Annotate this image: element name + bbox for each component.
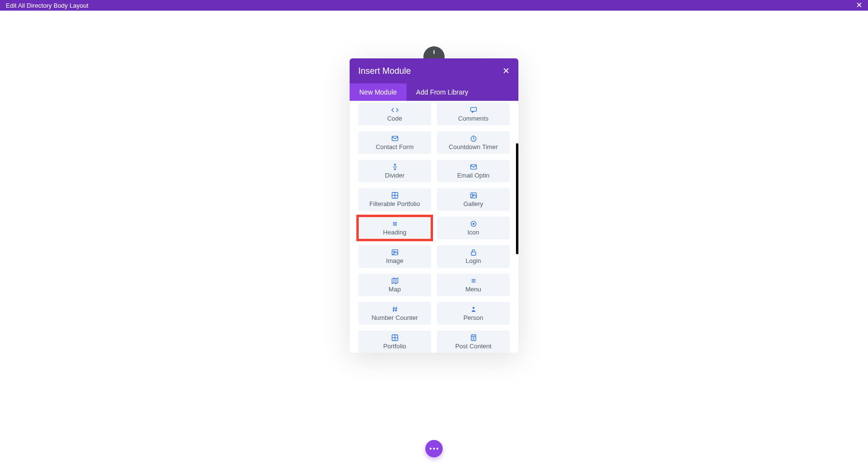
svg-line-4: [474, 139, 475, 139]
modal-body: CodeCommentsContact FormCountdown TimerD…: [350, 101, 518, 353]
svg-point-14: [472, 194, 473, 195]
mail-icon: [470, 163, 477, 171]
module-tile-person[interactable]: Person: [437, 302, 510, 325]
more-fab-button[interactable]: [425, 440, 443, 457]
module-tile-label: Icon: [467, 229, 479, 236]
insert-module-modal: Insert Module ✕ New Module Add From Libr…: [350, 58, 518, 353]
module-tile-label: Gallery: [463, 200, 483, 207]
modal-header: Insert Module ✕: [350, 58, 518, 83]
close-icon[interactable]: ✕: [856, 1, 862, 9]
module-tile-map[interactable]: Map: [358, 274, 431, 296]
module-tile-divider[interactable]: Divider: [358, 160, 431, 182]
module-tile-label: Menu: [465, 286, 481, 293]
mail-icon: [391, 135, 399, 142]
module-tile-label: Filterable Portfolio: [369, 200, 420, 207]
module-tile-contact-form[interactable]: Contact Form: [358, 131, 431, 154]
module-tile-label: Image: [386, 257, 403, 264]
module-tile-code[interactable]: Code: [358, 103, 431, 125]
svg-rect-0: [471, 108, 476, 111]
scrollbar-thumb[interactable]: [516, 143, 518, 254]
tab-add-from-library[interactable]: Add From Library: [407, 83, 478, 101]
grid-icon: [391, 334, 399, 342]
module-tile-number-counter[interactable]: Number Counter: [358, 302, 431, 325]
chat-icon: [470, 106, 477, 114]
svg-point-19: [473, 223, 474, 225]
tab-new-module[interactable]: New Module: [350, 83, 407, 101]
svg-marker-23: [392, 278, 398, 284]
module-tile-gallery[interactable]: Gallery: [437, 188, 510, 211]
image-icon: [470, 192, 477, 199]
module-tile-portfolio[interactable]: Portfolio: [358, 330, 431, 353]
svg-point-21: [393, 251, 394, 252]
lines-icon: [470, 277, 477, 285]
svg-rect-22: [471, 252, 475, 255]
modal-close-icon[interactable]: ✕: [502, 66, 510, 76]
code-icon: [391, 106, 399, 114]
svg-point-33: [473, 307, 475, 309]
module-tile-label: Divider: [385, 172, 404, 179]
module-tile-label: Map: [389, 286, 401, 293]
module-tile-post-content[interactable]: Post Content: [437, 330, 510, 353]
module-tile-label: Heading: [383, 229, 406, 236]
edit-header-bar: Edit All Directory Body Layout ✕: [0, 0, 868, 11]
map-icon: [391, 277, 399, 285]
lock-icon: [470, 248, 477, 256]
clock-icon: [470, 135, 477, 142]
module-tile-label: Login: [466, 257, 481, 264]
module-tile-label: Number Counter: [371, 314, 418, 321]
module-tile-filterable-portfolio[interactable]: Filterable Portfolio: [358, 188, 431, 211]
module-tile-label: Countdown Timer: [449, 143, 498, 151]
module-tile-image[interactable]: Image: [358, 245, 431, 268]
svg-line-31: [393, 307, 393, 312]
hash-icon: [391, 305, 399, 313]
module-tile-comments[interactable]: Comments: [437, 103, 510, 125]
module-tile-label: Portfolio: [383, 343, 407, 350]
target-icon: [470, 220, 477, 228]
image-icon: [391, 248, 399, 256]
module-tile-label: Code: [387, 115, 402, 122]
module-grid: CodeCommentsContact FormCountdown TimerD…: [358, 103, 510, 353]
module-tile-label: Person: [463, 314, 483, 321]
module-tile-heading[interactable]: Heading: [358, 217, 431, 239]
modal-title: Insert Module: [358, 66, 411, 76]
modal-tabs: New Module Add From Library: [350, 83, 518, 101]
edit-header-title: Edit All Directory Body Layout: [6, 2, 88, 9]
module-tile-email-optin[interactable]: Email Optin: [437, 160, 510, 182]
doc-icon: [470, 334, 477, 342]
module-tile-login[interactable]: Login: [437, 245, 510, 268]
person-icon: [470, 305, 477, 313]
module-tile-label: Contact Form: [376, 143, 414, 151]
module-tile-label: Post Content: [455, 343, 491, 350]
module-tile-countdown-timer[interactable]: Countdown Timer: [437, 131, 510, 154]
module-tile-icon[interactable]: Icon: [437, 217, 510, 239]
grid-icon: [391, 192, 399, 199]
module-tile-menu[interactable]: Menu: [437, 274, 510, 296]
divider-icon: [391, 163, 399, 171]
lines-icon: [391, 220, 399, 228]
module-tile-label: Comments: [458, 115, 488, 122]
module-tile-label: Email Optin: [457, 172, 489, 179]
svg-line-32: [396, 307, 396, 312]
